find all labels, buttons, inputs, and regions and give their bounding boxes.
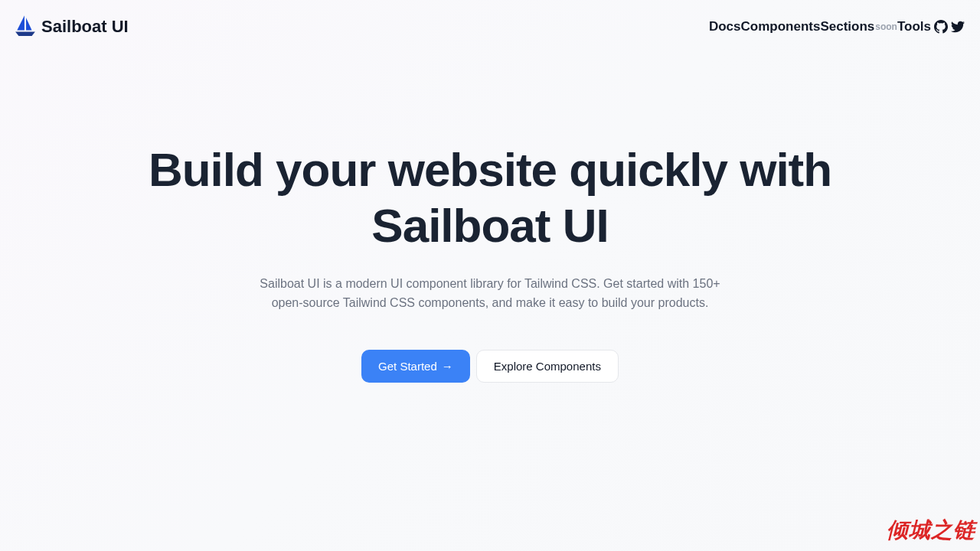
twitter-icon[interactable]: [951, 20, 965, 34]
explore-components-button[interactable]: Explore Components: [476, 350, 619, 383]
nav-components[interactable]: Components: [741, 19, 821, 34]
watermark-text: 倾城之链: [887, 516, 975, 545]
site-header: Sailboat UI Docs Components Sections soo…: [0, 0, 980, 54]
cta-row: Get Started → Explore Components: [361, 350, 619, 383]
sailboat-icon: [15, 14, 35, 40]
logo[interactable]: Sailboat UI: [15, 14, 129, 40]
nav-tools[interactable]: Tools: [897, 19, 931, 34]
brand-name: Sailboat UI: [41, 17, 129, 37]
arrow-right-icon: →: [442, 360, 453, 373]
soon-badge: soon: [875, 21, 897, 32]
get-started-button[interactable]: Get Started →: [361, 350, 470, 383]
github-icon[interactable]: [934, 20, 948, 34]
main-nav: Docs Components Sections soon Tools: [709, 19, 965, 34]
nav-docs[interactable]: Docs: [709, 19, 741, 34]
nav-sections-label: Sections: [820, 19, 874, 34]
hero-description: Sailboat UI is a modern UI component lib…: [253, 275, 727, 313]
hero-title: Build your website quickly with Sailboat…: [145, 142, 835, 253]
nav-sections[interactable]: Sections soon: [820, 19, 897, 34]
get-started-label: Get Started: [378, 360, 437, 373]
hero-section: Build your website quickly with Sailboat…: [0, 54, 980, 383]
